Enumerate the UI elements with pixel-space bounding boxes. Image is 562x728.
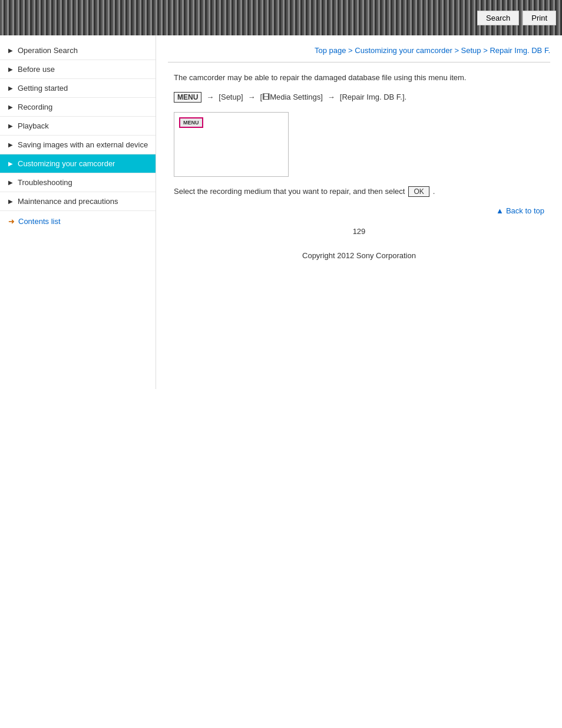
chevron-right-icon: ▶ xyxy=(8,104,13,110)
chevron-right-icon: ▶ xyxy=(8,179,13,186)
chevron-right-icon: ▶ xyxy=(8,198,13,205)
sidebar-item-label: Before use xyxy=(18,65,55,74)
sidebar-item-label: Saving images with an external device xyxy=(18,140,148,149)
menu-button-screenshot: MENU xyxy=(179,117,203,128)
main-content: Top page > Customizing your camcorder > … xyxy=(156,35,562,389)
ok-note-after: . xyxy=(433,187,435,196)
sidebar-item-getting-started[interactable]: ▶ Getting started xyxy=(0,79,156,98)
breadcrumb-current: Repair Img. DB F. xyxy=(490,46,550,55)
chevron-right-icon: ▶ xyxy=(8,47,13,54)
contents-list-label: Contents list xyxy=(18,217,61,226)
breadcrumb-top-page[interactable]: Top page xyxy=(315,46,346,55)
ok-button-label: OK xyxy=(408,186,429,197)
breadcrumb-sep2: > xyxy=(452,46,461,55)
triangle-icon: ▲ xyxy=(496,206,504,215)
sidebar-item-recording[interactable]: ▶ Recording xyxy=(0,98,156,117)
arrow-1: → xyxy=(206,93,214,101)
menu-step3: [Repair Img. DB F.]. xyxy=(340,93,406,101)
sidebar-item-maintenance[interactable]: ▶ Maintenance and precautions xyxy=(0,192,156,211)
arrow-3: → xyxy=(328,93,335,101)
sidebar-item-operation-search[interactable]: ▶ Operation Search xyxy=(0,41,156,60)
copyright-text: Copyright 2012 Sony Corporation xyxy=(302,251,416,260)
page-number: 129 xyxy=(168,215,550,242)
ok-note-before: Select the recording medium that you wan… xyxy=(174,187,405,196)
chevron-right-icon: ▶ xyxy=(8,141,13,148)
breadcrumb-sep1: > xyxy=(346,46,355,55)
sidebar: ▶ Operation Search ▶ Before use ▶ Gettin… xyxy=(0,35,156,389)
menu-step2: [🎞Media Settings] xyxy=(260,93,323,101)
search-button[interactable]: Search xyxy=(477,11,519,25)
sidebar-item-label: Troubleshooting xyxy=(18,178,72,187)
chevron-right-icon: ▶ xyxy=(8,160,13,167)
sidebar-item-troubleshooting[interactable]: ▶ Troubleshooting xyxy=(0,173,156,192)
arrow-2: → xyxy=(248,93,256,101)
page-layout: ▶ Operation Search ▶ Before use ▶ Gettin… xyxy=(0,35,562,389)
breadcrumb: Top page > Customizing your camcorder > … xyxy=(168,41,550,62)
sidebar-item-label: Playback xyxy=(18,121,49,130)
back-to-top-link[interactable]: ▲Back to top xyxy=(174,206,544,215)
sidebar-item-label: Recording xyxy=(18,103,52,111)
sidebar-item-customizing[interactable]: ▶ Customizing your camcorder xyxy=(0,154,156,173)
menu-key-label: MENU xyxy=(174,92,201,103)
sidebar-item-label: Customizing your camcorder xyxy=(18,159,115,168)
menu-path: MENU → [Setup] → [🎞Media Settings] → [Re… xyxy=(174,92,544,103)
sidebar-item-saving-images[interactable]: ▶ Saving images with an external device xyxy=(0,136,156,154)
chevron-right-icon: ▶ xyxy=(8,123,13,129)
footer: Copyright 2012 Sony Corporation xyxy=(168,242,550,278)
header: Search Print xyxy=(0,0,562,35)
sidebar-item-label: Getting started xyxy=(18,84,68,93)
back-to-top-label[interactable]: ▲Back to top xyxy=(496,206,544,215)
screenshot-box: MENU xyxy=(174,112,289,177)
chevron-right-icon: ▶ xyxy=(8,66,13,73)
breadcrumb-customizing[interactable]: Customizing your camcorder xyxy=(355,46,452,55)
print-button[interactable]: Print xyxy=(523,11,556,25)
ok-note: Select the recording medium that you wan… xyxy=(174,186,544,197)
sidebar-item-before-use[interactable]: ▶ Before use xyxy=(0,60,156,79)
arrow-right-icon: ➜ xyxy=(8,217,15,226)
description-text: The camcorder may be able to repair the … xyxy=(174,72,544,84)
breadcrumb-setup[interactable]: Setup xyxy=(461,46,481,55)
sidebar-item-playback[interactable]: ▶ Playback xyxy=(0,117,156,136)
sidebar-item-label: Operation Search xyxy=(18,46,78,55)
sidebar-item-label: Maintenance and precautions xyxy=(18,197,118,206)
content-body: The camcorder may be able to repair the … xyxy=(168,72,550,215)
contents-list-link[interactable]: ➜ Contents list xyxy=(0,211,156,232)
chevron-right-icon: ▶ xyxy=(8,85,13,91)
breadcrumb-sep3: > xyxy=(481,46,490,55)
menu-step1: [Setup] xyxy=(219,93,243,101)
